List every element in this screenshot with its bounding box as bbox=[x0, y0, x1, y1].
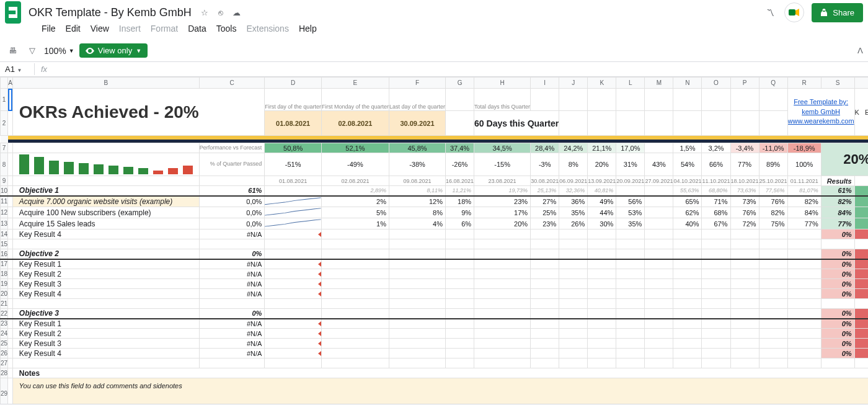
date-hdr[interactable]: 18.10.2021 bbox=[730, 176, 759, 186]
kr-val[interactable]: 23% bbox=[531, 218, 559, 229]
kr-val[interactable]: 5% bbox=[321, 207, 389, 218]
result-bar[interactable] bbox=[854, 329, 868, 339]
objective-label[interactable]: Objective 1 bbox=[12, 186, 199, 196]
pct-cell[interactable]: -51% bbox=[265, 153, 322, 176]
kr-val[interactable]: 8% bbox=[389, 207, 445, 218]
menu-tools[interactable]: Tools bbox=[212, 21, 241, 36]
row-header[interactable]: 17 bbox=[1, 259, 8, 269]
cell[interactable] bbox=[702, 259, 730, 269]
quarter-date[interactable]: 30.09.2021 bbox=[389, 111, 445, 136]
cell[interactable] bbox=[265, 358, 322, 368]
quarter-date[interactable]: 02.08.2021 bbox=[321, 111, 389, 136]
cell[interactable] bbox=[673, 239, 702, 249]
kr-val[interactable] bbox=[787, 229, 821, 239]
cell[interactable] bbox=[199, 299, 265, 309]
row-header[interactable]: 21 bbox=[1, 299, 8, 309]
cell[interactable] bbox=[702, 111, 730, 136]
col-header-K[interactable]: K bbox=[588, 78, 616, 89]
cell[interactable] bbox=[787, 309, 821, 319]
result-cell[interactable]: 0% bbox=[821, 259, 854, 269]
cell[interactable] bbox=[559, 89, 588, 111]
result-cell[interactable]: 0% bbox=[821, 269, 854, 279]
cell[interactable] bbox=[389, 319, 445, 329]
cell[interactable] bbox=[531, 319, 559, 329]
row-header[interactable]: 7 bbox=[1, 143, 8, 153]
cell[interactable] bbox=[759, 239, 787, 249]
col-header-T[interactable]: T bbox=[854, 78, 868, 89]
cell[interactable] bbox=[730, 249, 759, 259]
obj-tiny[interactable]: 19,73% bbox=[474, 186, 531, 196]
cell[interactable] bbox=[389, 339, 445, 349]
cell[interactable] bbox=[8, 339, 13, 349]
kr-c[interactable]: 0,0% bbox=[199, 207, 265, 218]
cell[interactable] bbox=[321, 279, 389, 289]
kr-val[interactable] bbox=[389, 229, 445, 239]
cell[interactable] bbox=[531, 349, 559, 358]
cell[interactable] bbox=[446, 279, 474, 289]
col-header-H[interactable]: H bbox=[474, 78, 531, 89]
result-bar[interactable] bbox=[854, 259, 868, 269]
kr-val[interactable]: 36% bbox=[559, 196, 588, 207]
cell[interactable] bbox=[8, 299, 13, 309]
cell[interactable] bbox=[389, 289, 445, 299]
pct-cell[interactable]: -15% bbox=[474, 153, 531, 176]
cell[interactable] bbox=[531, 259, 559, 269]
result-cell[interactable]: 84% bbox=[821, 207, 854, 218]
cell[interactable] bbox=[673, 339, 702, 349]
free-template-link[interactable]: Free Template by:kemb GmbHwww.wearekemb.… bbox=[787, 89, 854, 136]
cell[interactable] bbox=[389, 349, 445, 358]
cell[interactable] bbox=[588, 111, 616, 136]
cell[interactable] bbox=[645, 269, 673, 279]
result-bar[interactable] bbox=[854, 309, 868, 319]
kr-val[interactable]: 2% bbox=[321, 196, 389, 207]
row-header[interactable]: 12 bbox=[1, 207, 8, 218]
cell[interactable] bbox=[446, 111, 474, 136]
kr-val[interactable] bbox=[759, 229, 787, 239]
perf-cell[interactable]: 3,2% bbox=[702, 143, 730, 153]
error-indicator[interactable] bbox=[265, 259, 322, 269]
move-icon[interactable]: ⎋ bbox=[215, 7, 226, 18]
cell[interactable] bbox=[389, 249, 445, 259]
cell[interactable] bbox=[730, 319, 759, 329]
kr-val[interactable] bbox=[730, 229, 759, 239]
cell[interactable] bbox=[8, 329, 13, 339]
date-hdr[interactable]: 06.09.2021 bbox=[559, 176, 588, 186]
row-header[interactable]: 29 bbox=[1, 378, 8, 404]
result-cell[interactable]: 0% bbox=[821, 229, 854, 239]
result-bar[interactable] bbox=[854, 229, 868, 239]
cell[interactable] bbox=[645, 289, 673, 299]
kr-val[interactable]: 49% bbox=[588, 196, 616, 207]
cell[interactable] bbox=[759, 358, 787, 368]
cell[interactable] bbox=[645, 358, 673, 368]
cell[interactable] bbox=[559, 309, 588, 319]
kr-val[interactable]: 20% bbox=[474, 218, 531, 229]
perf-cell[interactable]: 24,2% bbox=[559, 143, 588, 153]
perf-cell[interactable]: 34,5% bbox=[474, 143, 531, 153]
cell[interactable] bbox=[474, 269, 531, 279]
row-header[interactable]: 2 bbox=[1, 111, 8, 136]
cell[interactable] bbox=[531, 339, 559, 349]
kr-val[interactable] bbox=[616, 229, 645, 239]
header-label[interactable]: First day of the quarter bbox=[265, 89, 322, 111]
perf-label[interactable]: Performance vs Forecast bbox=[199, 143, 265, 153]
document-title[interactable]: OKR Template - By Kemb GmbH bbox=[29, 6, 192, 19]
cell[interactable] bbox=[616, 269, 645, 279]
header-label[interactable]: Last day of the quarter bbox=[389, 89, 445, 111]
obj-tiny[interactable] bbox=[616, 186, 645, 196]
kr-val[interactable]: 65% bbox=[673, 196, 702, 207]
cell[interactable] bbox=[730, 279, 759, 289]
cell[interactable] bbox=[446, 269, 474, 279]
cell[interactable] bbox=[389, 309, 445, 319]
sparkline[interactable] bbox=[265, 218, 322, 229]
date-hdr[interactable]: 01.11.2021 bbox=[787, 176, 821, 186]
row-header[interactable]: 11 bbox=[1, 196, 8, 207]
collapse-toolbar-icon[interactable]: ᐱ bbox=[857, 46, 863, 55]
cell[interactable] bbox=[389, 358, 445, 368]
cell[interactable] bbox=[559, 289, 588, 299]
col-header-I[interactable]: I bbox=[531, 78, 559, 89]
cell[interactable] bbox=[854, 239, 868, 249]
cell[interactable] bbox=[787, 279, 821, 289]
kr-val[interactable] bbox=[673, 229, 702, 239]
kr-val[interactable]: 62% bbox=[673, 207, 702, 218]
cell[interactable] bbox=[12, 143, 199, 153]
